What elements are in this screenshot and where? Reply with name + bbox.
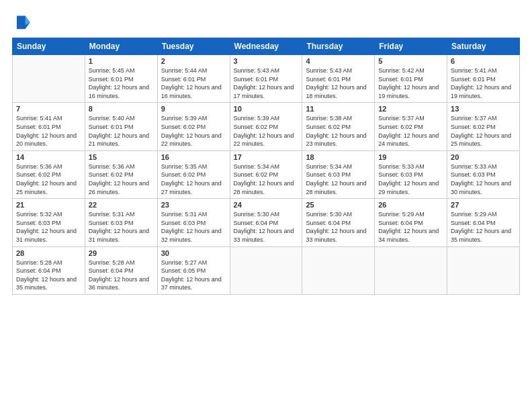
day-number: 7 <box>16 105 81 113</box>
day-number: 9 <box>161 105 226 113</box>
day-number: 22 <box>89 201 154 209</box>
day-number: 16 <box>161 153 226 161</box>
calendar-week-row: 21Sunrise: 5:32 AM Sunset: 6:03 PM Dayli… <box>13 199 520 246</box>
day-info: Sunrise: 5:33 AM Sunset: 6:03 PM Dayligh… <box>378 163 443 196</box>
day-number: 21 <box>16 201 81 209</box>
day-info: Sunrise: 5:28 AM Sunset: 6:04 PM Dayligh… <box>16 259 81 292</box>
calendar-cell: 8Sunrise: 5:40 AM Sunset: 6:01 PM Daylig… <box>85 103 157 150</box>
day-info: Sunrise: 5:36 AM Sunset: 6:02 PM Dayligh… <box>16 163 81 196</box>
day-info: Sunrise: 5:28 AM Sunset: 6:04 PM Dayligh… <box>89 259 154 292</box>
calendar-cell: 25Sunrise: 5:30 AM Sunset: 6:04 PM Dayli… <box>302 199 375 246</box>
day-info: Sunrise: 5:43 AM Sunset: 6:01 PM Dayligh… <box>234 66 299 100</box>
day-number: 2 <box>161 57 226 65</box>
day-info: Sunrise: 5:27 AM Sunset: 6:05 PM Dayligh… <box>161 259 226 292</box>
day-info: Sunrise: 5:37 AM Sunset: 6:02 PM Dayligh… <box>378 114 443 148</box>
calendar-cell: 6Sunrise: 5:41 AM Sunset: 6:01 PM Daylig… <box>447 55 520 103</box>
day-info: Sunrise: 5:41 AM Sunset: 6:01 PM Dayligh… <box>16 114 81 148</box>
day-info: Sunrise: 5:34 AM Sunset: 6:03 PM Dayligh… <box>306 163 371 196</box>
calendar-cell: 21Sunrise: 5:32 AM Sunset: 6:03 PM Dayli… <box>13 199 85 246</box>
day-info: Sunrise: 5:33 AM Sunset: 6:03 PM Dayligh… <box>451 163 516 196</box>
day-info: Sunrise: 5:36 AM Sunset: 6:02 PM Dayligh… <box>89 163 154 196</box>
day-number: 5 <box>378 57 443 65</box>
day-number: 12 <box>378 105 443 113</box>
calendar-cell <box>302 246 375 294</box>
calendar-cell: 16Sunrise: 5:35 AM Sunset: 6:02 PM Dayli… <box>157 150 230 198</box>
calendar-cell: 14Sunrise: 5:36 AM Sunset: 6:02 PM Dayli… <box>13 150 85 198</box>
calendar-week-row: 14Sunrise: 5:36 AM Sunset: 6:02 PM Dayli… <box>13 150 520 198</box>
calendar-cell: 10Sunrise: 5:39 AM Sunset: 6:02 PM Dayli… <box>230 103 302 150</box>
calendar-cell: 28Sunrise: 5:28 AM Sunset: 6:04 PM Dayli… <box>13 246 85 294</box>
weekday-header-wednesday: Wednesday <box>230 38 302 55</box>
day-number: 13 <box>451 105 516 113</box>
calendar-cell: 20Sunrise: 5:33 AM Sunset: 6:03 PM Dayli… <box>447 150 520 198</box>
day-number: 4 <box>306 57 371 65</box>
calendar-cell <box>230 246 302 294</box>
day-info: Sunrise: 5:43 AM Sunset: 6:01 PM Dayligh… <box>306 66 371 100</box>
calendar-cell: 4Sunrise: 5:43 AM Sunset: 6:01 PM Daylig… <box>302 55 375 103</box>
calendar-cell: 1Sunrise: 5:45 AM Sunset: 6:01 PM Daylig… <box>85 55 157 103</box>
day-number: 29 <box>89 249 154 257</box>
day-info: Sunrise: 5:39 AM Sunset: 6:02 PM Dayligh… <box>234 114 299 148</box>
day-info: Sunrise: 5:37 AM Sunset: 6:02 PM Dayligh… <box>451 114 516 148</box>
svg-marker-1 <box>26 16 30 26</box>
day-info: Sunrise: 5:41 AM Sunset: 6:01 PM Dayligh… <box>451 66 516 100</box>
day-number: 27 <box>451 201 516 209</box>
logo-icon <box>12 12 31 31</box>
day-number: 20 <box>451 153 516 161</box>
calendar-cell: 18Sunrise: 5:34 AM Sunset: 6:03 PM Dayli… <box>302 150 375 198</box>
weekday-header-tuesday: Tuesday <box>157 38 230 55</box>
day-number: 10 <box>234 105 299 113</box>
day-number: 30 <box>161 249 226 257</box>
calendar-cell: 11Sunrise: 5:38 AM Sunset: 6:02 PM Dayli… <box>302 103 375 150</box>
day-info: Sunrise: 5:32 AM Sunset: 6:03 PM Dayligh… <box>16 210 81 244</box>
day-info: Sunrise: 5:31 AM Sunset: 6:03 PM Dayligh… <box>161 210 226 244</box>
day-number: 26 <box>378 201 443 209</box>
calendar-cell: 17Sunrise: 5:34 AM Sunset: 6:02 PM Dayli… <box>230 150 302 198</box>
day-info: Sunrise: 5:42 AM Sunset: 6:01 PM Dayligh… <box>378 66 443 100</box>
calendar-cell: 30Sunrise: 5:27 AM Sunset: 6:05 PM Dayli… <box>157 246 230 294</box>
weekday-header-friday: Friday <box>375 38 447 55</box>
calendar-cell: 23Sunrise: 5:31 AM Sunset: 6:03 PM Dayli… <box>157 199 230 246</box>
day-number: 8 <box>89 105 154 113</box>
day-info: Sunrise: 5:44 AM Sunset: 6:01 PM Dayligh… <box>161 66 226 100</box>
weekday-header-monday: Monday <box>85 38 157 55</box>
day-info: Sunrise: 5:40 AM Sunset: 6:01 PM Dayligh… <box>89 114 154 148</box>
calendar-week-row: 7Sunrise: 5:41 AM Sunset: 6:01 PM Daylig… <box>13 103 520 150</box>
calendar-table: SundayMondayTuesdayWednesdayThursdayFrid… <box>12 38 520 295</box>
calendar-cell: 9Sunrise: 5:39 AM Sunset: 6:02 PM Daylig… <box>157 103 230 150</box>
calendar-cell: 27Sunrise: 5:29 AM Sunset: 6:04 PM Dayli… <box>447 199 520 246</box>
calendar-cell: 5Sunrise: 5:42 AM Sunset: 6:01 PM Daylig… <box>375 55 447 103</box>
calendar-cell <box>375 246 447 294</box>
day-number: 18 <box>306 153 371 161</box>
calendar-cell: 26Sunrise: 5:29 AM Sunset: 6:04 PM Dayli… <box>375 199 447 246</box>
calendar-cell: 29Sunrise: 5:28 AM Sunset: 6:04 PM Dayli… <box>85 246 157 294</box>
day-number: 1 <box>89 57 154 65</box>
weekday-header-row: SundayMondayTuesdayWednesdayThursdayFrid… <box>13 38 520 55</box>
day-info: Sunrise: 5:31 AM Sunset: 6:03 PM Dayligh… <box>89 210 154 244</box>
day-info: Sunrise: 5:39 AM Sunset: 6:02 PM Dayligh… <box>161 114 226 148</box>
day-number: 11 <box>306 105 371 113</box>
day-info: Sunrise: 5:38 AM Sunset: 6:02 PM Dayligh… <box>306 114 371 148</box>
day-info: Sunrise: 5:45 AM Sunset: 6:01 PM Dayligh… <box>89 66 154 100</box>
calendar-week-row: 28Sunrise: 5:28 AM Sunset: 6:04 PM Dayli… <box>13 246 520 294</box>
day-info: Sunrise: 5:29 AM Sunset: 6:04 PM Dayligh… <box>378 210 443 244</box>
day-number: 3 <box>234 57 299 65</box>
calendar-cell: 13Sunrise: 5:37 AM Sunset: 6:02 PM Dayli… <box>447 103 520 150</box>
day-number: 19 <box>378 153 443 161</box>
day-info: Sunrise: 5:30 AM Sunset: 6:04 PM Dayligh… <box>234 210 299 244</box>
day-number: 14 <box>16 153 81 161</box>
day-info: Sunrise: 5:34 AM Sunset: 6:02 PM Dayligh… <box>234 163 299 196</box>
calendar-cell: 22Sunrise: 5:31 AM Sunset: 6:03 PM Dayli… <box>85 199 157 246</box>
calendar-week-row: 1Sunrise: 5:45 AM Sunset: 6:01 PM Daylig… <box>13 55 520 103</box>
day-number: 6 <box>451 57 516 65</box>
calendar-cell: 12Sunrise: 5:37 AM Sunset: 6:02 PM Dayli… <box>375 103 447 150</box>
header <box>12 12 520 31</box>
calendar-cell: 24Sunrise: 5:30 AM Sunset: 6:04 PM Dayli… <box>230 199 302 246</box>
calendar-cell: 19Sunrise: 5:33 AM Sunset: 6:03 PM Dayli… <box>375 150 447 198</box>
calendar-cell <box>13 55 85 103</box>
weekday-header-thursday: Thursday <box>302 38 375 55</box>
logo <box>12 12 34 31</box>
day-number: 25 <box>306 201 371 209</box>
day-info: Sunrise: 5:30 AM Sunset: 6:04 PM Dayligh… <box>306 210 371 244</box>
page: SundayMondayTuesdayWednesdayThursdayFrid… <box>0 0 532 411</box>
